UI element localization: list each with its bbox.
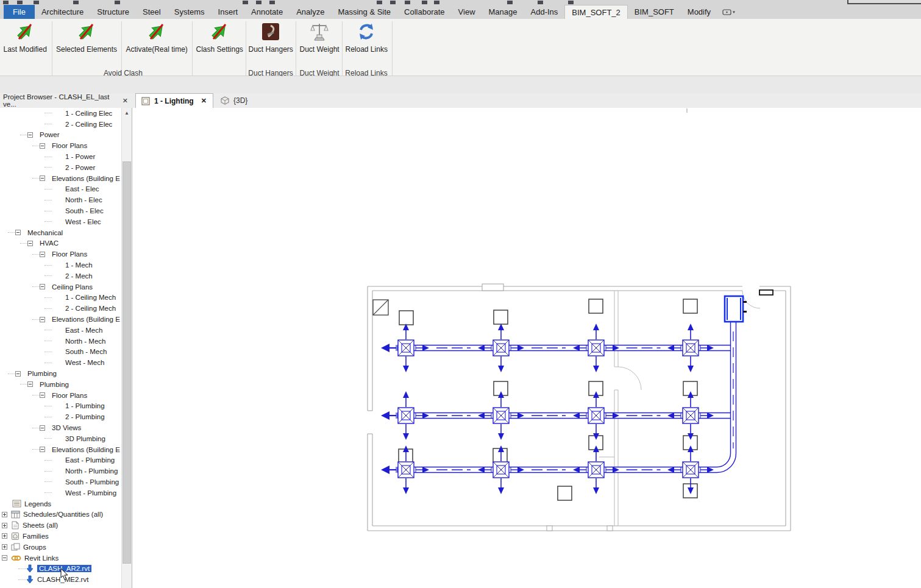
- close-icon[interactable]: ✕: [123, 97, 128, 105]
- menu-tab-view[interactable]: View: [452, 5, 482, 19]
- tree-item-north-mech[interactable]: North - Mech: [0, 336, 120, 347]
- menu-tab-bim-soft[interactable]: BIM_SOFT: [628, 5, 681, 19]
- menu-tab-annotate[interactable]: Annotate: [244, 5, 290, 19]
- diffuser[interactable]: [681, 462, 700, 478]
- tree-item-floor-plans[interactable]: Floor Plans: [0, 390, 120, 401]
- menu-tab-steel[interactable]: Steel: [136, 5, 168, 19]
- tree-item-1-ceiling-elec[interactable]: 1 - Ceiling Elec: [0, 108, 120, 119]
- fixture-square[interactable]: [589, 299, 603, 313]
- collapse-icon[interactable]: [40, 284, 45, 289]
- tree-item-elevations-building-e[interactable]: Elevations (Building E: [0, 173, 120, 184]
- menu-tab-file[interactable]: File: [4, 5, 35, 19]
- menu-tab-analyze[interactable]: Analyze: [290, 5, 331, 19]
- diffuser[interactable]: [586, 462, 606, 478]
- tree-item-1-plumbing[interactable]: 1 - Plumbing: [0, 401, 120, 412]
- collapse-icon[interactable]: [40, 143, 45, 149]
- tree-item-schedules-quantities-all-[interactable]: Schedules/Quantities (all): [0, 509, 120, 520]
- tree-item-clash-ar2-rvt[interactable]: CLASH_AR2.rvt: [0, 563, 120, 574]
- tree-item-1-power[interactable]: 1 - Power: [0, 151, 120, 162]
- menu-tab-massing-site[interactable]: Massing & Site: [331, 5, 397, 19]
- tree-item-2-power[interactable]: 2 - Power: [0, 162, 120, 173]
- reload-links-button[interactable]: Reload Links: [346, 21, 388, 54]
- tree-item-2-ceiling-elec[interactable]: 2 - Ceiling Elec: [0, 119, 120, 130]
- collapse-icon[interactable]: [2, 555, 7, 561]
- scrollbar-thumb[interactable]: [123, 161, 131, 564]
- diffuser[interactable]: [491, 340, 511, 356]
- view-tab-1-lighting[interactable]: 1 - Lighting✕: [135, 93, 213, 108]
- clash-settings-button[interactable]: Clash Settings: [196, 21, 243, 54]
- menu-tab-modify[interactable]: Modify: [681, 5, 717, 19]
- collapse-icon[interactable]: [15, 371, 21, 377]
- tree-item-south-elec[interactable]: South - Elec: [0, 205, 120, 216]
- tree-item-floor-plans[interactable]: Floor Plans: [0, 249, 120, 260]
- menu-tab-bim-soft-2[interactable]: BIM_SOFT_2: [564, 5, 627, 19]
- expand-icon[interactable]: [2, 512, 7, 517]
- duct-hangers-button[interactable]: Duct Hangers: [249, 21, 293, 54]
- duct-weight-button[interactable]: Duct Weight: [300, 21, 340, 54]
- tree-item-3d-plumbing[interactable]: 3D Plumbing: [0, 433, 120, 444]
- tree-item-elevations-building-e[interactable]: Elevations (Building E: [0, 444, 120, 455]
- menu-tab-collaborate[interactable]: Collaborate: [397, 5, 452, 19]
- tree-item-2-plumbing[interactable]: 2 - Plumbing: [0, 411, 120, 422]
- menu-tab-add-ins[interactable]: Add-Ins: [524, 5, 565, 19]
- menu-tab-manage[interactable]: Manage: [482, 5, 524, 19]
- fixture-square[interactable]: [558, 486, 572, 500]
- tree-item-plumbing[interactable]: Plumbing: [0, 379, 120, 390]
- tree-item-elevations-building-e[interactable]: Elevations (Building E: [0, 314, 120, 325]
- diffuser[interactable]: [396, 408, 416, 423]
- activate-real-time--button[interactable]: Activate(Real time): [126, 21, 188, 54]
- collapse-icon[interactable]: [27, 132, 33, 138]
- diffuser[interactable]: [396, 462, 416, 478]
- drawing-canvas[interactable]: [132, 108, 921, 588]
- tree-item-plumbing[interactable]: Plumbing: [0, 368, 120, 379]
- diffuser[interactable]: [396, 340, 416, 356]
- tree-item-east-mech[interactable]: East - Mech: [0, 325, 120, 336]
- collapse-icon[interactable]: [40, 175, 45, 181]
- scroll-up-icon[interactable]: ▲: [122, 108, 132, 118]
- diffuser[interactable]: [491, 462, 511, 478]
- tree-item-east-plumbing[interactable]: East - Plumbing: [0, 455, 120, 466]
- tree-item-power[interactable]: Power: [0, 130, 120, 141]
- close-icon[interactable]: ✕: [201, 97, 207, 105]
- tree-item-west-plumbing[interactable]: West - Plumbing: [0, 487, 120, 498]
- tree-item-families[interactable]: Families: [0, 531, 120, 542]
- tree-item-ceiling-plans[interactable]: Ceiling Plans: [0, 282, 120, 292]
- tree-item-revit-links[interactable]: Revit Links: [0, 553, 120, 564]
- fixture-square[interactable]: [494, 310, 508, 324]
- view-tab--3d-[interactable]: {3D}: [215, 93, 253, 108]
- menu-tab-insert[interactable]: Insert: [212, 5, 245, 19]
- browser-scrollbar[interactable]: ▲: [121, 108, 132, 588]
- tree-item-hvac[interactable]: HVAC: [0, 238, 120, 249]
- menu-tab-structure[interactable]: Structure: [90, 5, 136, 19]
- diffuser[interactable]: [681, 340, 700, 356]
- menu-tab-architecture[interactable]: Architecture: [35, 5, 90, 19]
- selected-elements-button[interactable]: Selected Elements: [56, 21, 117, 54]
- tree-item-1-ceiling-mech[interactable]: 1 - Ceiling Mech: [0, 292, 120, 303]
- collapse-icon[interactable]: [27, 381, 33, 387]
- tree-item-north-plumbing[interactable]: North - Plumbing: [0, 466, 120, 476]
- collapse-icon[interactable]: [40, 425, 45, 431]
- expand-icon[interactable]: [2, 523, 7, 528]
- diffuser[interactable]: [681, 408, 700, 423]
- expand-icon[interactable]: [2, 544, 7, 550]
- diffuser[interactable]: [586, 408, 606, 423]
- collapse-icon[interactable]: [40, 317, 45, 322]
- expand-icon[interactable]: [2, 533, 7, 539]
- tree-item-south-mech[interactable]: South - Mech: [0, 347, 120, 358]
- tree-item-2-ceiling-mech[interactable]: 2 - Ceiling Mech: [0, 303, 120, 314]
- tree-item-groups[interactable]: Groups: [0, 542, 120, 553]
- collapse-icon[interactable]: [27, 241, 33, 246]
- collapse-icon[interactable]: [40, 447, 45, 452]
- tree-item-sheets-all-[interactable]: Sheets (all): [0, 520, 120, 531]
- fixture-square[interactable]: [399, 311, 413, 325]
- tree-item-2-mech[interactable]: 2 - Mech: [0, 271, 120, 282]
- tree-item-west-elec[interactable]: West - Elec: [0, 216, 120, 227]
- tree-item-east-elec[interactable]: East - Elec: [0, 184, 120, 195]
- tree-item-mechanical[interactable]: Mechanical: [0, 227, 120, 238]
- tree-item-floor-plans[interactable]: Floor Plans: [0, 140, 120, 151]
- diffuser[interactable]: [586, 340, 606, 356]
- collapse-icon[interactable]: [15, 230, 21, 235]
- ribbon-display-toggle-icon[interactable]: [717, 5, 741, 19]
- tree-item-1-mech[interactable]: 1 - Mech: [0, 260, 120, 271]
- tree-item-legends[interactable]: Legends: [0, 498, 120, 509]
